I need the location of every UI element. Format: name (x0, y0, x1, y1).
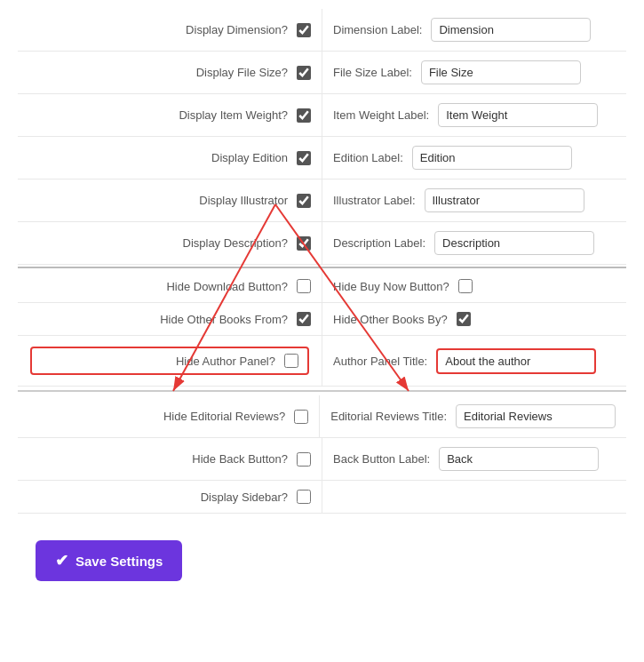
mid-left-checkbox-2[interactable] (284, 354, 298, 368)
left-checkbox-1[interactable] (297, 66, 311, 80)
bot-right-input-0[interactable] (456, 404, 616, 428)
settings-row-mid: Hide Other Books From?Hide Other Books B… (18, 303, 626, 336)
settings-row-mid: Hide Author Panel?Author Panel Title: (18, 336, 626, 387)
left-label-mid: Hide Download Button? (28, 280, 288, 293)
left-checkbox-0[interactable] (297, 23, 311, 37)
right-input-4[interactable] (425, 188, 584, 212)
right-label: Edition Label: (333, 151, 403, 164)
right-input-0[interactable] (431, 18, 591, 42)
settings-row-bot: Hide Editorial Reviews?Editorial Reviews… (18, 395, 626, 438)
right-label-mid: Hide Other Books By? (333, 313, 448, 326)
left-checkbox-4[interactable] (297, 194, 311, 208)
settings-row: Display IllustratorIllustrator Label: (18, 179, 626, 222)
right-input-5[interactable] (434, 231, 594, 255)
settings-row: Display Item Weight?Item Weight Label: (18, 94, 626, 137)
left-label-bot: Hide Back Button? (28, 452, 288, 466)
bot-right-input-1[interactable] (439, 447, 599, 471)
right-label: File Size Label: (333, 66, 412, 79)
left-label: Display Illustrator (28, 194, 288, 207)
settings-row: Display EditionEdition Label: (18, 137, 626, 179)
check-icon: ✔ (55, 551, 68, 570)
settings-row-bot: Hide Back Button?Back Button Label: (18, 438, 626, 481)
right-label-bot: Back Button Label: (333, 452, 430, 466)
bot-left-checkbox-2[interactable] (297, 490, 311, 504)
mid-right-checkbox-1[interactable] (457, 312, 471, 326)
save-settings-label: Save Settings (76, 554, 163, 569)
right-label-bot: Editorial Reviews Title: (330, 410, 447, 423)
left-label-bot: Hide Editorial Reviews? (28, 410, 285, 423)
mid-right-input-2[interactable] (436, 348, 596, 374)
right-label: Illustrator Label: (333, 194, 416, 207)
left-checkbox-3[interactable] (297, 151, 311, 165)
bot-left-checkbox-1[interactable] (297, 452, 311, 467)
left-label-highlight: Hide Author Panel? (41, 355, 275, 368)
highlight-wrapper-left: Hide Author Panel? (30, 347, 309, 375)
right-label: Item Weight Label: (333, 108, 429, 122)
right-label: Dimension Label: (333, 23, 422, 36)
settings-row-mid: Hide Download Button?Hide Buy Now Button… (18, 270, 626, 303)
right-label-mid: Hide Buy Now Button? (333, 280, 449, 293)
left-checkbox-5[interactable] (297, 236, 311, 251)
left-label: Display File Size? (28, 66, 288, 79)
right-label: Description Label: (333, 236, 425, 250)
settings-row: Display Description?Description Label: (18, 222, 626, 265)
left-label-mid: Hide Other Books From? (28, 313, 288, 326)
right-input-1[interactable] (421, 60, 581, 84)
settings-row-bot: Display Sidebar? (18, 481, 626, 514)
right-label-mid: Author Panel Title: (333, 355, 427, 368)
left-checkbox-2[interactable] (297, 108, 311, 123)
settings-row: Display Dimension?Dimension Label: (18, 9, 626, 52)
save-settings-button[interactable]: ✔ Save Settings (36, 540, 182, 581)
mid-left-checkbox-1[interactable] (297, 312, 311, 326)
mid-right-checkbox-0[interactable] (458, 279, 473, 293)
left-label-bot: Display Sidebar? (28, 491, 288, 504)
left-label: Display Dimension? (28, 23, 288, 36)
right-input-2[interactable] (438, 103, 598, 127)
bot-left-checkbox-0[interactable] (294, 410, 308, 424)
right-input-3[interactable] (412, 146, 572, 170)
left-label: Display Edition (28, 151, 288, 164)
settings-row: Display File Size?File Size Label: (18, 52, 626, 94)
mid-left-checkbox-0[interactable] (297, 279, 311, 293)
left-label: Display Description? (28, 236, 288, 250)
left-label: Display Item Weight? (28, 108, 288, 122)
